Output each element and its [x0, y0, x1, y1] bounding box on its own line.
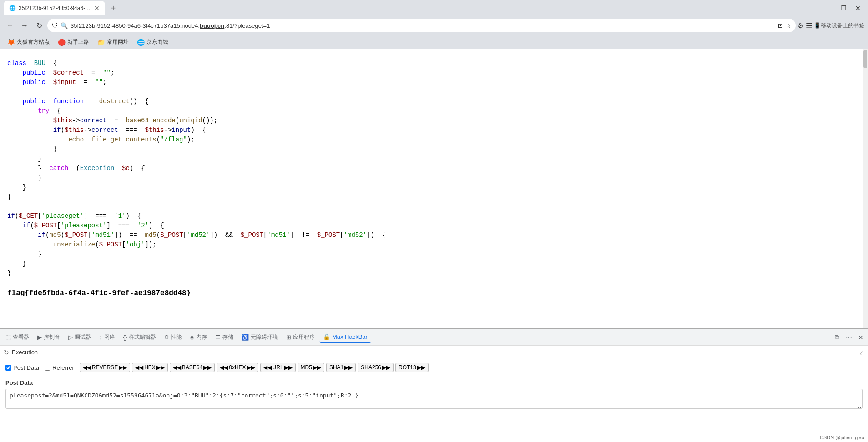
code-fn-destruct: __destruct [91, 98, 130, 105]
code-keyword-public-2: public [23, 79, 45, 86]
tool-btn-hex-left-arrow: ◀◀ [135, 364, 143, 371]
scrollbar[interactable] [863, 49, 868, 328]
tool-btn-base64-label: BASE64 [182, 364, 202, 371]
tool-btn-sha256[interactable]: SHA256 ▶▶ [358, 363, 394, 372]
tool-btn-rot13[interactable]: ROT13 ▶▶ [395, 363, 429, 372]
postdata-checkbox[interactable] [5, 365, 11, 371]
memory-icon: ◈ [190, 334, 194, 341]
accessibility-icon: ♿ [242, 334, 249, 341]
bookmark-jd[interactable]: 🌐 京东商城 [133, 37, 172, 48]
tool-btn-sha1-label: SHA1 [329, 364, 343, 371]
devtools-tab-console-label: 控制台 [44, 333, 60, 341]
checkbox-postdata[interactable]: Post Data [5, 364, 39, 371]
devtools-tab-application[interactable]: ⊞ 应用程序 [283, 332, 318, 343]
bookmark-jd-icon: 🌐 [137, 39, 145, 46]
network-icon: ↕ [99, 334, 102, 341]
bookmarks-manager-icon[interactable]: ☰ [806, 21, 812, 30]
tool-btn-0xhex-right-arrow: ▶▶ [247, 364, 255, 371]
tab-close-button[interactable]: ✕ [94, 5, 100, 12]
execution-input[interactable] [40, 349, 856, 356]
devtools-tab-console[interactable]: ▶ 控制台 [34, 332, 64, 343]
devtools-tab-styleeditor[interactable]: {} 样式编辑器 [120, 332, 160, 343]
tool-btn-base64-right-arrow: ▶▶ [203, 364, 212, 371]
code-prop-correct-2: correct [91, 126, 118, 134]
bookmark-foxsite[interactable]: 🦊 火狐官方站点 [4, 37, 53, 48]
code-post-md52-2: $_POST [317, 231, 340, 239]
bookmark-icon[interactable]: ☆ [786, 22, 791, 29]
credit-text: CSDN @julien_giao [820, 435, 864, 440]
maximize-button[interactable]: ❐ [837, 2, 850, 15]
code-get-key: 'pleaseget' [42, 212, 84, 220]
tool-btn-url-right-arrow: ▶▶ [284, 364, 293, 371]
code-keyword-function: function [53, 98, 84, 105]
tool-btn-sha1[interactable]: SHA1 ▶▶ [326, 363, 356, 372]
devtools-more-button[interactable]: ⋯ [843, 332, 854, 343]
code-post-obj: $_POST [99, 241, 122, 248]
devtools-tab-network-label: 网络 [104, 333, 115, 341]
new-tab-button[interactable]: + [107, 2, 120, 15]
window-controls: — ❐ ✕ [823, 2, 864, 15]
nav-extras: ⚙ ☰ [797, 21, 812, 30]
code-container[interactable]: class BUU { public $correct = ""; public… [0, 49, 868, 328]
tool-btn-hex-right-arrow: ▶▶ [156, 364, 165, 371]
back-button[interactable]: ← [4, 19, 16, 32]
devtools-dock-button[interactable]: ⧉ [832, 332, 843, 343]
tool-btn-base64[interactable]: ◀◀ BASE64 ▶▶ [170, 363, 215, 372]
address-icons: ⊡ ☆ [778, 22, 791, 29]
close-button[interactable]: ✕ [852, 2, 864, 15]
address-prefix: 35f2123b-9152-4850-94a6-3f4c71b37a15.nod… [71, 22, 200, 29]
reader-icon[interactable]: ⊡ [778, 22, 783, 29]
code-post-var: $_POST [34, 222, 57, 229]
application-icon: ⊞ [286, 334, 291, 341]
devtools-tab-inspector-label: 查看器 [13, 333, 29, 341]
tool-btn-reverse[interactable]: ◀◀ REVERSE ▶▶ [80, 363, 130, 372]
scroll-thumb[interactable] [863, 50, 867, 68]
devtools-tab-accessibility[interactable]: ♿ 无障碍环境 [238, 332, 282, 343]
devtools-tab-memory[interactable]: ◈ 内存 [186, 332, 211, 343]
devtools-tab-debugger[interactable]: ▷ 调试器 [65, 332, 95, 343]
extensions-icon[interactable]: ⚙ [797, 21, 804, 30]
bookmark-newuser[interactable]: 🔴 新手上路 [54, 37, 93, 48]
devtools-tab-inspector[interactable]: ⬚ 查看器 [2, 332, 33, 343]
browser-chrome: 🌐 35f2123b-9152-4850-94a6-3f4c7 ✕ + — ❐ … [0, 0, 868, 49]
devtools-tab-storage[interactable]: ☰ 存储 [212, 332, 237, 343]
address-domain: buuoj.cn [200, 22, 224, 29]
tool-btn-reverse-left-arrow: ◀◀ [83, 364, 91, 371]
address-suffix: :81/?pleaseget=1 [224, 22, 270, 29]
tool-btn-base64-left-arrow: ◀◀ [173, 364, 181, 371]
code-this-correct-2: $this [65, 126, 84, 134]
code-class-name: BUU [34, 60, 45, 67]
tool-btn-url[interactable]: ◀◀ URL ▶▶ [260, 363, 296, 372]
storage-icon: ☰ [215, 334, 221, 341]
performance-icon: Ω [164, 334, 169, 341]
tool-btn-reverse-label: REVERSE [92, 364, 118, 371]
bookmark-common-icon: 📁 [97, 39, 105, 46]
active-tab[interactable]: 🌐 35f2123b-9152-4850-94a6-3f4c7 ✕ [4, 1, 105, 15]
bookmark-common[interactable]: 📁 常用网址 [94, 37, 132, 48]
tool-btn-0xhex[interactable]: ◀◀ 0xHEX ▶▶ [217, 363, 258, 372]
post-data-input[interactable] [5, 389, 863, 409]
post-data-label: Post Data [5, 379, 863, 386]
post-data-section: Post Data [0, 376, 868, 414]
tool-btn-sha1-right-arrow: ▶▶ [344, 364, 353, 371]
devtools-tab-hackbar[interactable]: 🔒 Max HackBar [319, 332, 371, 343]
devtools-tab-performance[interactable]: Ω 性能 [161, 332, 185, 343]
devtools-tab-network[interactable]: ↕ 网络 [96, 332, 119, 343]
tool-btn-md5-right-arrow: ▶▶ [313, 364, 321, 371]
devtools-close-button[interactable]: ✕ [855, 332, 866, 343]
tool-btn-hex-label: HEX [144, 364, 156, 371]
bookmark-newuser-label: 新手上路 [67, 38, 89, 46]
refresh-button[interactable]: ↻ [33, 19, 45, 32]
tool-btn-md5[interactable]: MD5 ▶▶ [298, 363, 324, 372]
execution-refresh-icon[interactable]: ↻ [4, 349, 9, 356]
tool-btn-hex[interactable]: ◀◀ HEX ▶▶ [132, 363, 168, 372]
referrer-checkbox[interactable] [45, 365, 50, 371]
execution-bar: ↻ Execution ⤢ [0, 346, 868, 359]
forward-button[interactable]: → [18, 19, 31, 32]
bookmarks-bar: 🦊 火狐官方站点 🔴 新手上路 📁 常用网址 🌐 京东商城 [0, 35, 868, 49]
checkbox-referrer[interactable]: Referrer [45, 364, 74, 371]
address-bar[interactable]: 🛡 🔍 35f2123b-9152-4850-94a6-3f4c71b37a15… [47, 19, 796, 32]
code-post-md51: $_POST [65, 231, 87, 239]
minimize-button[interactable]: — [823, 2, 835, 15]
address-text: 35f2123b-9152-4850-94a6-3f4c71b37a15.nod… [71, 22, 775, 29]
